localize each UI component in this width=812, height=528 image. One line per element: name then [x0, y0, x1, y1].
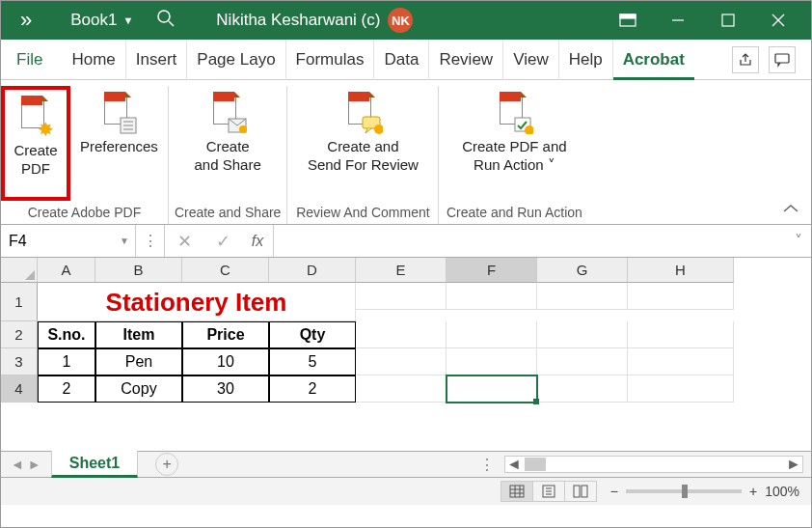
tab-view[interactable]: View [503, 40, 559, 80]
tab-review[interactable]: Review [429, 40, 503, 80]
zoom-in-button[interactable]: + [749, 484, 757, 499]
tab-help[interactable]: Help [559, 40, 613, 80]
tab-formulas[interactable]: Formulas [286, 40, 375, 80]
cell-d3[interactable]: 5 [269, 348, 356, 375]
cell-d2[interactable]: Qty [269, 321, 356, 348]
cell-g3[interactable] [537, 348, 628, 375]
cell-a3[interactable]: 1 [38, 348, 95, 375]
row-header-2[interactable]: 2 [1, 321, 38, 348]
cell-h1[interactable] [628, 283, 734, 310]
name-box[interactable]: F4 ▼ [1, 225, 136, 257]
horizontal-scrollbar[interactable]: ◄ ► [504, 456, 803, 473]
formula-input[interactable] [273, 225, 786, 257]
create-run-l1: Create PDF and [462, 138, 566, 156]
create-send-review-button[interactable]: Create and Send For Review [287, 86, 438, 201]
tab-home[interactable]: Home [62, 40, 125, 80]
col-header-e[interactable]: E [356, 258, 447, 283]
create-pdf-button[interactable]: ✸ Create PDF [1, 86, 70, 201]
scroll-right-icon[interactable]: ► [785, 456, 802, 473]
name-box-value: F4 [9, 233, 27, 250]
group-label-3: Review And Comment [290, 201, 436, 224]
cell-g4[interactable] [537, 375, 628, 403]
cell-f2[interactable] [447, 321, 537, 348]
titlebar-more-icon[interactable]: » [9, 8, 43, 33]
ribbon-display-options-icon[interactable] [603, 1, 653, 40]
tab-acrobat[interactable]: Acrobat [613, 40, 694, 80]
close-icon[interactable] [753, 1, 803, 40]
page-layout-view-icon[interactable] [532, 481, 565, 502]
sheet-nav-prev-icon[interactable]: ◄ [11, 457, 24, 472]
normal-view-icon[interactable] [501, 481, 533, 502]
col-header-f[interactable]: F [447, 258, 537, 283]
col-header-g[interactable]: G [537, 258, 628, 283]
title-merged-cell[interactable]: Stationery Item [38, 283, 356, 321]
page-break-view-icon[interactable] [564, 481, 597, 502]
fx-icon[interactable]: fx [242, 225, 273, 257]
zoom-slider[interactable] [626, 489, 742, 493]
cell-d4[interactable]: 2 [269, 375, 356, 403]
maximize-icon[interactable] [703, 1, 753, 40]
sheet-tab-sheet1[interactable]: Sheet1 [51, 451, 138, 478]
cell-b3[interactable]: Pen [95, 348, 182, 375]
cell-c4[interactable]: 30 [182, 375, 269, 403]
ribbon-tabs: File Home Insert Page Layo Formulas Data… [1, 40, 811, 80]
formula-confirm-icon[interactable]: ✓ [203, 225, 242, 257]
scroll-left-icon[interactable]: ◄ [505, 456, 523, 473]
formula-cancel-icon[interactable]: ✕ [165, 225, 203, 257]
tab-data[interactable]: Data [374, 40, 429, 80]
cell-e2[interactable] [356, 321, 447, 348]
cell-e4[interactable] [356, 375, 447, 403]
create-and-share-button[interactable]: Create and Share [170, 86, 285, 201]
tab-page-layout[interactable]: Page Layo [187, 40, 285, 80]
cell-c2[interactable]: Price [182, 321, 269, 348]
row-header-4[interactable]: 4 [1, 375, 38, 403]
add-sheet-button[interactable]: + [155, 453, 178, 476]
cell-a2[interactable]: S.no. [38, 321, 95, 348]
comments-icon[interactable] [769, 46, 796, 73]
row-header-3[interactable]: 3 [1, 348, 38, 375]
tab-file[interactable]: File [7, 40, 62, 80]
cell-a4[interactable]: 2 [38, 375, 95, 403]
col-header-a[interactable]: A [38, 258, 95, 283]
cell-g2[interactable] [537, 321, 628, 348]
search-icon[interactable] [143, 9, 189, 32]
create-pdf-run-action-button[interactable]: Create PDF and Run Action ˅ [439, 86, 589, 201]
spreadsheet-grid[interactable]: A B C D E F G H 1 Stationery Item 2 S.no… [1, 258, 811, 451]
cell-f3[interactable] [447, 348, 537, 375]
zoom-out-button[interactable]: − [610, 484, 618, 499]
share-icon[interactable] [732, 46, 759, 73]
col-header-c[interactable]: C [182, 258, 269, 283]
cell-e3[interactable] [356, 348, 447, 375]
cell-b2[interactable]: Item [95, 321, 182, 348]
cell-h3[interactable] [628, 348, 734, 375]
col-header-b[interactable]: B [95, 258, 182, 283]
sheet-nav-next-icon[interactable]: ► [28, 457, 41, 472]
cell-b4[interactable]: Copy [95, 375, 182, 403]
cell-h2[interactable] [628, 321, 734, 348]
formula-expand-icon[interactable]: ˅ [786, 225, 811, 257]
collapse-ribbon-icon[interactable] [782, 201, 799, 218]
cell-g1[interactable] [537, 283, 628, 310]
row-1: 1 Stationery Item [1, 283, 811, 321]
workbook-name[interactable]: Book1 ▼ [43, 11, 143, 30]
row-header-1[interactable]: 1 [1, 283, 38, 321]
cell-f1[interactable] [447, 283, 537, 310]
scroll-thumb[interactable] [525, 458, 546, 471]
select-all-corner[interactable] [1, 258, 38, 283]
cell-h4[interactable] [628, 375, 734, 403]
sheet-tabs-options-icon[interactable]: ⋮ [470, 456, 504, 474]
preferences-button[interactable]: Preferences [70, 86, 168, 201]
tab-insert[interactable]: Insert [126, 40, 188, 80]
user-label[interactable]: Nikitha Kesharwani (c) NK [216, 8, 413, 33]
column-headers: A B C D E F G H [1, 258, 811, 283]
cell-f4[interactable] [447, 375, 537, 403]
col-header-h[interactable]: H [628, 258, 734, 283]
minimize-icon[interactable] [653, 1, 703, 40]
col-header-d[interactable]: D [269, 258, 356, 283]
zoom-thumb[interactable] [682, 485, 688, 498]
chevron-down-icon[interactable]: ▼ [120, 236, 129, 246]
formula-bar-options-icon[interactable]: ⋮ [136, 225, 165, 257]
cell-c3[interactable]: 10 [182, 348, 269, 375]
cell-e1[interactable] [356, 283, 447, 310]
zoom-percent[interactable]: 100% [765, 484, 799, 499]
